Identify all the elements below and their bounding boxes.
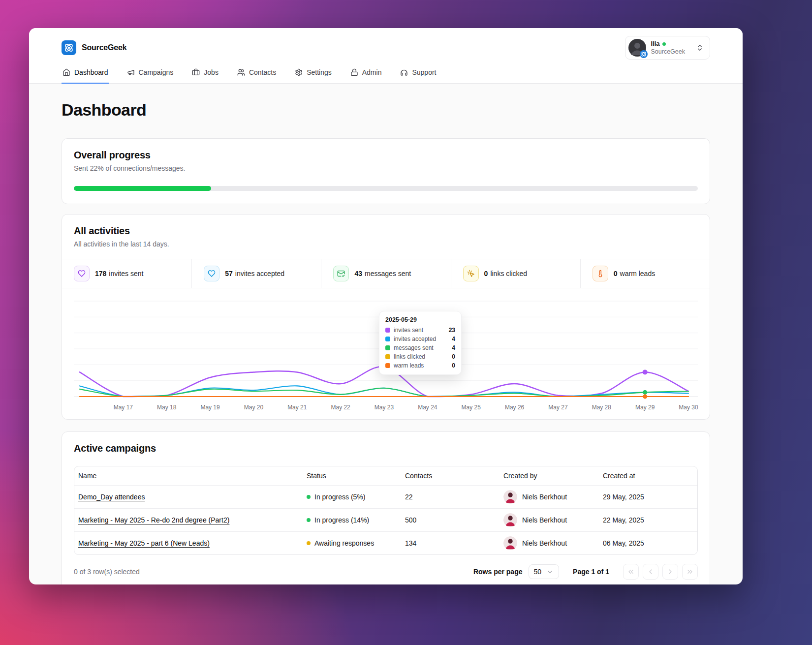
table-row[interactable]: Marketing - May 2025 - Re-do 2nd degree … xyxy=(74,508,697,531)
column-header-created-by: Created by xyxy=(500,466,599,485)
pointer-click-icon xyxy=(467,270,475,277)
last-page-button[interactable] xyxy=(682,564,698,580)
lock-icon xyxy=(350,68,358,76)
tooltip-series-value: 23 xyxy=(449,327,455,334)
highlight-dot-invites-sent xyxy=(643,369,648,374)
chevrons-up-down-icon xyxy=(696,44,704,52)
tab-support[interactable]: Support xyxy=(399,63,437,84)
mail-check-icon xyxy=(333,266,349,281)
gear-icon xyxy=(295,68,303,76)
online-status-dot xyxy=(662,42,666,46)
first-page-button[interactable] xyxy=(623,564,639,580)
progress-bar xyxy=(74,186,698,191)
user-name: Ilia xyxy=(651,40,660,48)
account-switcher[interactable]: Ilia SourceGeek xyxy=(625,36,710,60)
home-icon xyxy=(62,68,70,76)
tooltip-series-label: messages sent xyxy=(394,344,434,351)
stat-value: 0 xyxy=(614,270,618,277)
rows-per-page-label: Rows per page xyxy=(473,568,523,576)
table-row[interactable]: Marketing - May 2025 - part 6 (New Leads… xyxy=(74,531,697,554)
tab-contacts[interactable]: Contacts xyxy=(236,63,277,84)
chart-tooltip: 2025-05-29 invites sent23invites accepte… xyxy=(379,311,462,375)
name-cell: Demo_Day attendees xyxy=(74,489,303,505)
mail-check-icon xyxy=(337,270,345,277)
status-dot xyxy=(307,541,311,545)
tab-label: Jobs xyxy=(204,68,219,76)
page-content: Dashboard Overall progress Sent 22% of c… xyxy=(29,84,743,584)
chevron-right-icon xyxy=(666,568,674,576)
app-window: SourceGeek Ilia SourceGeek DashboardCamp… xyxy=(29,28,743,584)
all-activities-subtitle: All activities in the last 14 days. xyxy=(74,240,698,248)
x-tick-label: May 22 xyxy=(331,404,351,411)
tooltip-row: messages sent4 xyxy=(385,344,455,351)
creator-name: Niels Berkhout xyxy=(522,516,567,524)
created-at-cell: 22 May, 2025 xyxy=(599,512,697,528)
table-row[interactable]: Demo_Day attendeesIn progress (5%)22Niel… xyxy=(74,485,697,508)
campaign-link[interactable]: Marketing - May 2025 - Re-do 2nd degree … xyxy=(78,516,229,524)
x-tick-label: May 24 xyxy=(418,404,437,411)
series-line-messages-sent xyxy=(80,388,688,397)
thermometer-icon xyxy=(593,266,608,281)
stat-warm-leads: 0warm leads xyxy=(580,259,710,288)
heart-icon xyxy=(208,270,216,277)
next-page-button[interactable] xyxy=(662,564,678,580)
chevrons-left-icon xyxy=(627,568,635,576)
tooltip-series-label: invites accepted xyxy=(394,336,436,342)
tab-jobs[interactable]: Jobs xyxy=(191,63,219,84)
x-tick-label: May 18 xyxy=(157,404,177,411)
x-tick-label: May 27 xyxy=(548,404,568,411)
tooltip-row: warm leads0 xyxy=(385,362,455,369)
heart-icon xyxy=(204,266,219,281)
briefcase-icon xyxy=(192,68,200,76)
active-campaigns-card: Active campaigns Name Status Contacts Cr… xyxy=(62,431,710,584)
stat-text: 178invites sent xyxy=(95,270,143,277)
stat-value: 57 xyxy=(225,270,233,277)
status-label: In progress (5%) xyxy=(314,493,365,501)
top-bar: SourceGeek Ilia SourceGeek DashboardCamp… xyxy=(29,28,743,84)
pagination xyxy=(623,564,698,580)
headset-icon xyxy=(400,68,408,76)
series-swatch xyxy=(385,354,390,359)
tab-dashboard[interactable]: Dashboard xyxy=(62,63,109,84)
page-info: Page 1 of 1 xyxy=(573,568,609,576)
activities-chart[interactable]: May 17May 18May 19May 20May 21May 22May … xyxy=(62,288,710,419)
brand-name: SourceGeek xyxy=(82,43,126,52)
tooltip-series-value: 0 xyxy=(452,362,455,369)
column-header-status: Status xyxy=(303,466,401,485)
tab-campaigns[interactable]: Campaigns xyxy=(126,63,175,84)
overall-progress-title: Overall progress xyxy=(74,150,698,161)
chevrons-up-down-icon xyxy=(696,44,704,52)
prev-page-button[interactable] xyxy=(643,564,658,580)
stat-links-clicked: 0links clicked xyxy=(451,259,580,288)
column-header-created-at: Created at xyxy=(599,466,697,485)
campaign-link[interactable]: Demo_Day attendees xyxy=(78,493,145,501)
created-at-cell: 29 May, 2025 xyxy=(599,489,697,505)
column-header-name: Name xyxy=(74,466,303,485)
campaigns-tbody: Demo_Day attendeesIn progress (5%)22Niel… xyxy=(74,485,697,554)
column-header-contacts: Contacts xyxy=(401,466,500,485)
tab-admin[interactable]: Admin xyxy=(349,63,383,84)
tab-settings[interactable]: Settings xyxy=(294,63,333,84)
progress-bar-fill xyxy=(74,186,211,191)
campaign-link[interactable]: Marketing - May 2025 - part 6 (New Leads… xyxy=(78,539,210,547)
x-tick-label: May 20 xyxy=(244,404,264,411)
series-swatch xyxy=(385,337,390,341)
tooltip-row: invites accepted4 xyxy=(385,336,455,342)
chevron-left-icon xyxy=(647,568,655,576)
stats-row: 178invites sent57invites accepted43messa… xyxy=(62,259,710,288)
stat-value: 178 xyxy=(95,270,106,277)
tab-label: Support xyxy=(412,68,436,76)
status-dot xyxy=(307,518,311,522)
stat-text: 57invites accepted xyxy=(225,270,284,277)
chevron-down-icon xyxy=(546,568,554,576)
all-activities-card: All activities All activities in the las… xyxy=(62,214,710,420)
status-cell: In progress (14%) xyxy=(303,512,401,528)
series-swatch xyxy=(385,328,390,333)
chart-tooltip-rows: invites sent23invites accepted4messages … xyxy=(385,327,455,369)
desktop: { "brand": { "name": "SourceGeek" }, "us… xyxy=(0,0,812,645)
created-at-cell: 06 May, 2025 xyxy=(599,535,697,552)
all-activities-title: All activities xyxy=(74,225,698,237)
rows-per-page-select[interactable]: 50 xyxy=(529,564,560,579)
stat-invites-sent: 178invites sent xyxy=(62,259,191,288)
stat-label: links clicked xyxy=(490,270,527,277)
